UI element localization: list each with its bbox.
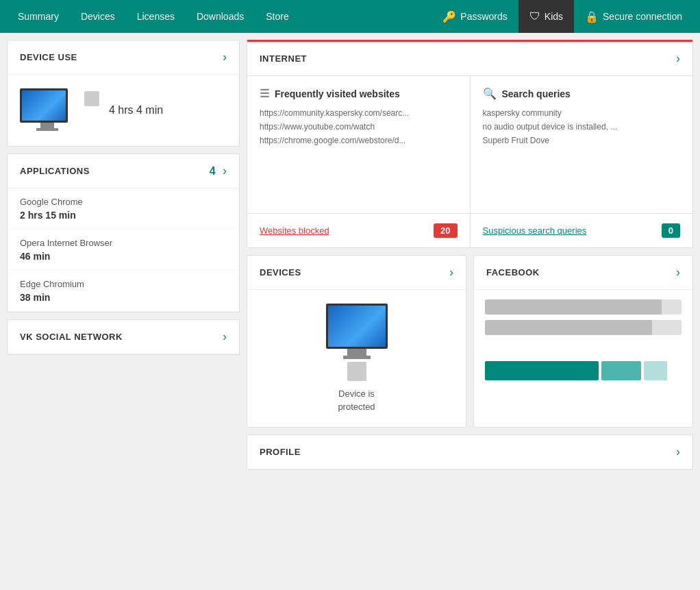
device-monitor-base	[343, 356, 371, 359]
facebook-arrow[interactable]: ›	[676, 265, 680, 280]
vk-arrow[interactable]: ›	[223, 330, 227, 344]
devices-card: DEVICES › Device isprotected	[247, 255, 466, 428]
suspicious-queries-link[interactable]: Suspicious search queries	[483, 225, 587, 236]
monitor-stand	[40, 123, 54, 128]
device-small-icon	[347, 362, 366, 381]
vk-card: VK SOCIAL NETWORK ›	[7, 319, 240, 355]
device-use-body: 4 hrs 4 min	[8, 75, 239, 146]
app-time-opera: 46 min	[20, 251, 227, 262]
app-name-chrome: Google Chrome	[20, 197, 227, 207]
search-queries-title: Search queries	[502, 88, 571, 99]
suspicious-queries-item: Suspicious search queries 0	[471, 214, 693, 247]
sq-item-3: Superb Fruit Dove	[483, 136, 681, 145]
websites-blocked-item: Websites blocked 20	[247, 214, 471, 247]
small-device-icon	[84, 91, 99, 106]
internet-card: INTERNET › ☰ Frequently visited websites…	[247, 40, 693, 248]
search-queries-title-group: 🔍 Search queries	[483, 87, 681, 100]
applications-count: 4	[210, 165, 216, 177]
fv-link-1: https://community.kaspersky.com/searc...	[260, 108, 458, 118]
device-image	[326, 304, 388, 381]
applications-title: APPLICATIONS	[20, 166, 90, 176]
app-time-edge: 38 min	[20, 292, 227, 303]
facebook-body	[474, 290, 692, 390]
fb-bar-row	[485, 361, 682, 380]
monitor-base	[36, 128, 58, 131]
websites-blocked-link[interactable]: Websites blocked	[260, 225, 329, 236]
devices-arrow[interactable]: ›	[449, 265, 453, 280]
nav-summary[interactable]: Summary	[7, 0, 70, 33]
shield-icon: 🛡	[529, 10, 540, 23]
internet-title: INTERNET	[260, 53, 307, 64]
fb-mini-bar-1	[485, 361, 599, 380]
fb-bar-2	[485, 320, 682, 335]
fb-mini-bar-2	[601, 361, 640, 380]
search-queries-col: 🔍 Search queries kaspersky community no …	[471, 76, 693, 213]
facebook-header: FACEBOOK ›	[474, 256, 692, 290]
frequently-visited-title-group: ☰ Frequently visited websites	[260, 87, 458, 100]
profile-header: PROFILE ›	[247, 435, 692, 469]
navigation: Summary Devices Licenses Downloads Store…	[0, 0, 700, 33]
nav-secure-connection[interactable]: 🔒 Secure connection	[574, 0, 693, 33]
websites-blocked-badge: 20	[434, 223, 457, 238]
device-use-header: DEVICE USE ›	[8, 40, 239, 75]
fb-bar-fill-1	[485, 299, 662, 315]
nav-kids[interactable]: 🛡 Kids	[518, 0, 574, 33]
fb-bar-1	[485, 299, 682, 315]
facebook-card: FACEBOOK ›	[473, 255, 693, 428]
profile-title: PROFILE	[260, 447, 301, 457]
app-name-opera: Opera Internet Browser	[20, 238, 227, 248]
internet-header: INTERNET ›	[247, 42, 692, 76]
devices-body: Device isprotected	[247, 290, 466, 427]
device-use-time: 4 hrs 4 min	[109, 104, 163, 116]
profile-card: PROFILE ›	[247, 434, 693, 470]
sq-item-1: kaspersky community	[483, 108, 681, 118]
app-entry-opera: Opera Internet Browser 46 min	[8, 230, 239, 271]
nav-kids-label: Kids	[545, 11, 563, 22]
app-name-edge: Edge Chromium	[20, 279, 227, 289]
device-monitor-screen	[326, 304, 388, 349]
search-icon: 🔍	[483, 87, 497, 100]
device-use-arrow[interactable]: ›	[223, 50, 227, 64]
facebook-title: FACEBOOK	[486, 267, 540, 278]
applications-arrow[interactable]: ›	[223, 164, 227, 177]
lock-icon: 🔒	[585, 10, 599, 23]
fb-bar-fill-2	[485, 320, 652, 335]
bottom-row: DEVICES › Device isprotected FACEBOOK	[247, 255, 693, 428]
devices-header: DEVICES ›	[247, 256, 466, 290]
monitor-icon	[20, 88, 75, 132]
profile-arrow[interactable]: ›	[676, 445, 680, 459]
fb-mini-bar-3	[644, 361, 667, 380]
nav-passwords[interactable]: 🔑 Passwords	[432, 0, 518, 33]
key-icon: 🔑	[442, 10, 456, 23]
fv-link-2: https://www.youtube.com/watch	[260, 122, 458, 132]
frequently-visited-col: ☰ Frequently visited websites https://co…	[247, 76, 471, 213]
fv-link-3: https://chrome.google.com/webstore/d...	[260, 136, 458, 145]
nav-secure-connection-label: Secure connection	[603, 11, 682, 22]
nav-store[interactable]: Store	[255, 0, 299, 33]
devices-title: DEVICES	[260, 267, 301, 278]
applications-header: APPLICATIONS 4 ›	[8, 154, 239, 188]
sq-item-2: no audio output device is installed, ...	[483, 122, 681, 132]
device-monitor-stand	[347, 349, 366, 356]
device-status: Device isprotected	[338, 388, 375, 413]
suspicious-queries-badge: 0	[662, 223, 680, 238]
nav-devices[interactable]: Devices	[70, 0, 126, 33]
nav-passwords-label: Passwords	[460, 11, 507, 22]
vk-header: VK SOCIAL NETWORK ›	[8, 320, 239, 354]
applications-card: APPLICATIONS 4 › Google Chrome 2 hrs 15 …	[7, 153, 240, 312]
nav-downloads-label: Downloads	[197, 11, 244, 22]
vk-title: VK SOCIAL NETWORK	[20, 332, 123, 342]
internet-arrow[interactable]: ›	[676, 51, 680, 66]
app-time-chrome: 2 hrs 15 min	[20, 210, 227, 221]
frequently-visited-title: Frequently visited websites	[275, 88, 400, 99]
device-use-card: DEVICE USE › 4 hrs 4 min	[7, 40, 240, 147]
app-entry-edge: Edge Chromium 38 min	[8, 271, 239, 312]
app-entry-chrome: Google Chrome 2 hrs 15 min	[8, 188, 239, 230]
nav-licenses[interactable]: Licenses	[126, 0, 186, 33]
right-column: INTERNET › ☰ Frequently visited websites…	[247, 40, 693, 470]
internet-body: ☰ Frequently visited websites https://co…	[247, 76, 692, 213]
nav-downloads[interactable]: Downloads	[186, 0, 255, 33]
nav-summary-label: Summary	[18, 11, 59, 22]
nav-store-label: Store	[266, 11, 288, 22]
nav-licenses-label: Licenses	[137, 11, 175, 22]
